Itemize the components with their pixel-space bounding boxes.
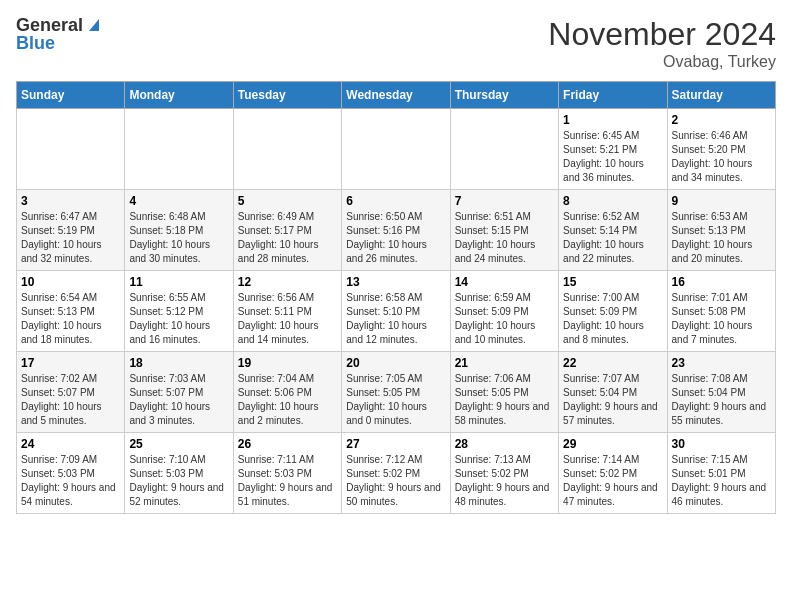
day-info: Sunrise: 7:01 AMSunset: 5:08 PMDaylight:… — [672, 291, 771, 347]
calendar-day-cell: 5Sunrise: 6:49 AMSunset: 5:17 PMDaylight… — [233, 190, 341, 271]
day-info: Sunrise: 6:55 AMSunset: 5:12 PMDaylight:… — [129, 291, 228, 347]
day-number: 17 — [21, 356, 120, 370]
day-info: Sunrise: 7:08 AMSunset: 5:04 PMDaylight:… — [672, 372, 771, 428]
weekday-header: Thursday — [450, 82, 558, 109]
day-info: Sunrise: 6:52 AMSunset: 5:14 PMDaylight:… — [563, 210, 662, 266]
day-number: 10 — [21, 275, 120, 289]
calendar-day-cell: 3Sunrise: 6:47 AMSunset: 5:19 PMDaylight… — [17, 190, 125, 271]
calendar-day-cell — [125, 109, 233, 190]
calendar-day-cell: 19Sunrise: 7:04 AMSunset: 5:06 PMDayligh… — [233, 352, 341, 433]
day-info: Sunrise: 7:10 AMSunset: 5:03 PMDaylight:… — [129, 453, 228, 509]
calendar-day-cell: 29Sunrise: 7:14 AMSunset: 5:02 PMDayligh… — [559, 433, 667, 514]
day-info: Sunrise: 6:58 AMSunset: 5:10 PMDaylight:… — [346, 291, 445, 347]
calendar-header-row: SundayMondayTuesdayWednesdayThursdayFrid… — [17, 82, 776, 109]
svg-marker-0 — [89, 19, 99, 31]
day-number: 21 — [455, 356, 554, 370]
calendar-day-cell — [342, 109, 450, 190]
day-number: 11 — [129, 275, 228, 289]
calendar-day-cell: 13Sunrise: 6:58 AMSunset: 5:10 PMDayligh… — [342, 271, 450, 352]
day-info: Sunrise: 6:59 AMSunset: 5:09 PMDaylight:… — [455, 291, 554, 347]
page-header: General Blue November 2024 Ovabag, Turke… — [16, 16, 776, 71]
day-number: 13 — [346, 275, 445, 289]
day-number: 3 — [21, 194, 120, 208]
day-number: 8 — [563, 194, 662, 208]
calendar-day-cell: 18Sunrise: 7:03 AMSunset: 5:07 PMDayligh… — [125, 352, 233, 433]
day-number: 12 — [238, 275, 337, 289]
day-number: 29 — [563, 437, 662, 451]
calendar-week-row: 1Sunrise: 6:45 AMSunset: 5:21 PMDaylight… — [17, 109, 776, 190]
day-number: 4 — [129, 194, 228, 208]
calendar-day-cell: 25Sunrise: 7:10 AMSunset: 5:03 PMDayligh… — [125, 433, 233, 514]
location-title: Ovabag, Turkey — [548, 53, 776, 71]
calendar-day-cell: 1Sunrise: 6:45 AMSunset: 5:21 PMDaylight… — [559, 109, 667, 190]
day-info: Sunrise: 6:49 AMSunset: 5:17 PMDaylight:… — [238, 210, 337, 266]
weekday-header: Sunday — [17, 82, 125, 109]
day-number: 15 — [563, 275, 662, 289]
calendar-day-cell: 12Sunrise: 6:56 AMSunset: 5:11 PMDayligh… — [233, 271, 341, 352]
day-number: 20 — [346, 356, 445, 370]
calendar-week-row: 17Sunrise: 7:02 AMSunset: 5:07 PMDayligh… — [17, 352, 776, 433]
day-number: 14 — [455, 275, 554, 289]
day-number: 19 — [238, 356, 337, 370]
calendar-day-cell: 4Sunrise: 6:48 AMSunset: 5:18 PMDaylight… — [125, 190, 233, 271]
day-info: Sunrise: 7:04 AMSunset: 5:06 PMDaylight:… — [238, 372, 337, 428]
day-info: Sunrise: 7:07 AMSunset: 5:04 PMDaylight:… — [563, 372, 662, 428]
calendar-day-cell: 11Sunrise: 6:55 AMSunset: 5:12 PMDayligh… — [125, 271, 233, 352]
calendar-day-cell: 20Sunrise: 7:05 AMSunset: 5:05 PMDayligh… — [342, 352, 450, 433]
day-number: 26 — [238, 437, 337, 451]
day-number: 23 — [672, 356, 771, 370]
logo-general-text: General — [16, 16, 83, 34]
day-info: Sunrise: 7:00 AMSunset: 5:09 PMDaylight:… — [563, 291, 662, 347]
calendar-week-row: 24Sunrise: 7:09 AMSunset: 5:03 PMDayligh… — [17, 433, 776, 514]
day-number: 18 — [129, 356, 228, 370]
calendar-day-cell: 27Sunrise: 7:12 AMSunset: 5:02 PMDayligh… — [342, 433, 450, 514]
weekday-header: Wednesday — [342, 82, 450, 109]
day-number: 2 — [672, 113, 771, 127]
calendar-week-row: 10Sunrise: 6:54 AMSunset: 5:13 PMDayligh… — [17, 271, 776, 352]
weekday-header: Monday — [125, 82, 233, 109]
day-number: 5 — [238, 194, 337, 208]
day-info: Sunrise: 6:50 AMSunset: 5:16 PMDaylight:… — [346, 210, 445, 266]
day-number: 16 — [672, 275, 771, 289]
calendar-day-cell: 28Sunrise: 7:13 AMSunset: 5:02 PMDayligh… — [450, 433, 558, 514]
title-area: November 2024 Ovabag, Turkey — [548, 16, 776, 71]
day-info: Sunrise: 6:48 AMSunset: 5:18 PMDaylight:… — [129, 210, 228, 266]
day-info: Sunrise: 7:09 AMSunset: 5:03 PMDaylight:… — [21, 453, 120, 509]
calendar-day-cell: 30Sunrise: 7:15 AMSunset: 5:01 PMDayligh… — [667, 433, 775, 514]
day-info: Sunrise: 6:53 AMSunset: 5:13 PMDaylight:… — [672, 210, 771, 266]
calendar-day-cell: 6Sunrise: 6:50 AMSunset: 5:16 PMDaylight… — [342, 190, 450, 271]
day-number: 24 — [21, 437, 120, 451]
month-title: November 2024 — [548, 16, 776, 53]
day-info: Sunrise: 6:45 AMSunset: 5:21 PMDaylight:… — [563, 129, 662, 185]
day-number: 1 — [563, 113, 662, 127]
day-number: 9 — [672, 194, 771, 208]
day-info: Sunrise: 7:14 AMSunset: 5:02 PMDaylight:… — [563, 453, 662, 509]
calendar-day-cell: 16Sunrise: 7:01 AMSunset: 5:08 PMDayligh… — [667, 271, 775, 352]
day-number: 6 — [346, 194, 445, 208]
calendar-day-cell: 24Sunrise: 7:09 AMSunset: 5:03 PMDayligh… — [17, 433, 125, 514]
day-number: 27 — [346, 437, 445, 451]
day-number: 25 — [129, 437, 228, 451]
day-info: Sunrise: 7:13 AMSunset: 5:02 PMDaylight:… — [455, 453, 554, 509]
calendar-day-cell: 17Sunrise: 7:02 AMSunset: 5:07 PMDayligh… — [17, 352, 125, 433]
day-info: Sunrise: 6:56 AMSunset: 5:11 PMDaylight:… — [238, 291, 337, 347]
calendar-day-cell: 22Sunrise: 7:07 AMSunset: 5:04 PMDayligh… — [559, 352, 667, 433]
calendar-day-cell: 7Sunrise: 6:51 AMSunset: 5:15 PMDaylight… — [450, 190, 558, 271]
calendar-table: SundayMondayTuesdayWednesdayThursdayFrid… — [16, 81, 776, 514]
weekday-header: Tuesday — [233, 82, 341, 109]
calendar-day-cell — [233, 109, 341, 190]
calendar-week-row: 3Sunrise: 6:47 AMSunset: 5:19 PMDaylight… — [17, 190, 776, 271]
calendar-day-cell: 26Sunrise: 7:11 AMSunset: 5:03 PMDayligh… — [233, 433, 341, 514]
calendar-day-cell: 9Sunrise: 6:53 AMSunset: 5:13 PMDaylight… — [667, 190, 775, 271]
weekday-header: Friday — [559, 82, 667, 109]
calendar-day-cell: 23Sunrise: 7:08 AMSunset: 5:04 PMDayligh… — [667, 352, 775, 433]
day-number: 22 — [563, 356, 662, 370]
day-info: Sunrise: 6:47 AMSunset: 5:19 PMDaylight:… — [21, 210, 120, 266]
day-number: 30 — [672, 437, 771, 451]
logo: General Blue — [16, 16, 103, 52]
day-info: Sunrise: 7:06 AMSunset: 5:05 PMDaylight:… — [455, 372, 554, 428]
calendar-day-cell: 15Sunrise: 7:00 AMSunset: 5:09 PMDayligh… — [559, 271, 667, 352]
calendar-day-cell — [17, 109, 125, 190]
day-info: Sunrise: 7:03 AMSunset: 5:07 PMDaylight:… — [129, 372, 228, 428]
calendar-day-cell: 8Sunrise: 6:52 AMSunset: 5:14 PMDaylight… — [559, 190, 667, 271]
